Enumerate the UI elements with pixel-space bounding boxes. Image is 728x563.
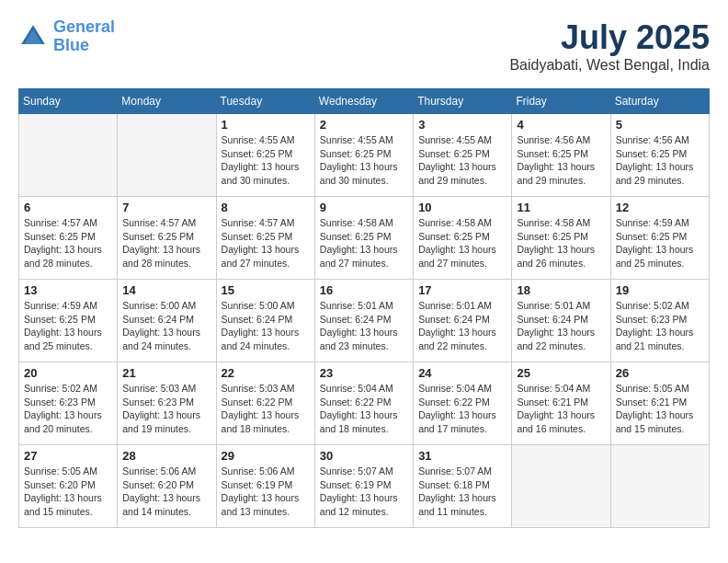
- day-number: 13: [24, 283, 112, 297]
- day-of-week-header: Sunday: [19, 89, 118, 114]
- calendar-day-cell: 19Sunrise: 5:02 AM Sunset: 6:23 PM Dayli…: [610, 280, 709, 362]
- day-info: Sunrise: 5:07 AM Sunset: 6:19 PM Dayligh…: [320, 465, 408, 519]
- day-info: Sunrise: 5:04 AM Sunset: 6:22 PM Dayligh…: [320, 382, 408, 436]
- day-number: 4: [517, 118, 605, 132]
- calendar-week-row: 1Sunrise: 4:55 AM Sunset: 6:25 PM Daylig…: [19, 114, 710, 197]
- calendar-day-cell: 31Sunrise: 5:07 AM Sunset: 6:18 PM Dayli…: [414, 445, 512, 528]
- title-block: July 2025 Baidyabati, West Bengal, India: [509, 18, 710, 74]
- day-number: 14: [122, 283, 210, 297]
- day-number: 21: [122, 366, 210, 380]
- calendar-day-cell: 9Sunrise: 4:58 AM Sunset: 6:25 PM Daylig…: [314, 197, 413, 280]
- calendar-day-cell: 23Sunrise: 5:04 AM Sunset: 6:22 PM Dayli…: [314, 362, 413, 445]
- calendar-day-cell: 18Sunrise: 5:01 AM Sunset: 6:24 PM Dayli…: [512, 280, 610, 362]
- day-info: Sunrise: 4:58 AM Sunset: 6:25 PM Dayligh…: [418, 216, 506, 270]
- day-of-week-header: Monday: [118, 89, 216, 114]
- day-of-week-header: Thursday: [414, 89, 512, 114]
- day-number: 19: [616, 283, 704, 297]
- calendar-day-cell: 25Sunrise: 5:04 AM Sunset: 6:21 PM Dayli…: [512, 362, 610, 445]
- day-info: Sunrise: 4:56 AM Sunset: 6:25 PM Dayligh…: [616, 133, 704, 188]
- day-info: Sunrise: 4:58 AM Sunset: 6:25 PM Dayligh…: [320, 216, 408, 270]
- calendar-day-cell: 20Sunrise: 5:02 AM Sunset: 6:23 PM Dayli…: [19, 362, 118, 445]
- day-info: Sunrise: 5:01 AM Sunset: 6:24 PM Dayligh…: [320, 299, 408, 353]
- calendar-day-cell: 3Sunrise: 4:55 AM Sunset: 6:25 PM Daylig…: [414, 114, 512, 197]
- calendar-day-cell: [512, 445, 610, 528]
- day-of-week-header: Friday: [512, 89, 610, 114]
- day-number: 27: [24, 449, 112, 463]
- calendar-day-cell: 12Sunrise: 4:59 AM Sunset: 6:25 PM Dayli…: [610, 197, 709, 280]
- day-number: 9: [320, 201, 408, 214]
- logo-icon: [18, 22, 48, 52]
- calendar-day-cell: 24Sunrise: 5:04 AM Sunset: 6:22 PM Dayli…: [414, 362, 512, 445]
- day-number: 30: [320, 449, 408, 463]
- day-number: 23: [320, 366, 408, 380]
- day-number: 3: [418, 118, 506, 132]
- calendar-day-cell: 28Sunrise: 5:06 AM Sunset: 6:20 PM Dayli…: [118, 445, 216, 528]
- day-number: 11: [517, 201, 605, 214]
- calendar-week-row: 6Sunrise: 4:57 AM Sunset: 6:25 PM Daylig…: [19, 197, 710, 280]
- day-number: 28: [122, 449, 210, 463]
- day-number: 15: [222, 283, 310, 297]
- calendar-day-cell: 5Sunrise: 4:56 AM Sunset: 6:25 PM Daylig…: [610, 114, 709, 197]
- day-info: Sunrise: 5:04 AM Sunset: 6:21 PM Dayligh…: [517, 382, 605, 436]
- day-info: Sunrise: 4:58 AM Sunset: 6:25 PM Dayligh…: [517, 216, 605, 270]
- calendar-day-cell: 10Sunrise: 4:58 AM Sunset: 6:25 PM Dayli…: [414, 197, 512, 280]
- day-info: Sunrise: 5:05 AM Sunset: 6:20 PM Dayligh…: [24, 465, 112, 519]
- page-header: General Blue July 2025 Baidyabati, West …: [18, 18, 710, 74]
- calendar-day-cell: 4Sunrise: 4:56 AM Sunset: 6:25 PM Daylig…: [512, 114, 610, 197]
- day-number: 2: [320, 118, 408, 132]
- day-info: Sunrise: 4:57 AM Sunset: 6:25 PM Dayligh…: [222, 216, 310, 270]
- day-info: Sunrise: 5:04 AM Sunset: 6:22 PM Dayligh…: [418, 382, 506, 436]
- calendar-day-cell: 29Sunrise: 5:06 AM Sunset: 6:19 PM Dayli…: [216, 445, 314, 528]
- calendar-day-cell: 13Sunrise: 4:59 AM Sunset: 6:25 PM Dayli…: [19, 280, 118, 362]
- day-number: 22: [222, 366, 310, 380]
- calendar-day-cell: 11Sunrise: 4:58 AM Sunset: 6:25 PM Dayli…: [512, 197, 610, 280]
- day-info: Sunrise: 4:55 AM Sunset: 6:25 PM Dayligh…: [418, 133, 506, 188]
- logo-text: General Blue: [53, 18, 115, 55]
- day-info: Sunrise: 5:02 AM Sunset: 6:23 PM Dayligh…: [24, 382, 112, 436]
- calendar-day-cell: 27Sunrise: 5:05 AM Sunset: 6:20 PM Dayli…: [19, 445, 118, 528]
- calendar-week-row: 13Sunrise: 4:59 AM Sunset: 6:25 PM Dayli…: [19, 280, 710, 362]
- day-info: Sunrise: 4:57 AM Sunset: 6:25 PM Dayligh…: [24, 216, 112, 270]
- calendar-table: SundayMondayTuesdayWednesdayThursdayFrid…: [18, 88, 710, 528]
- day-of-week-header: Wednesday: [314, 89, 413, 114]
- day-of-week-header: Saturday: [610, 89, 709, 114]
- day-number: 29: [222, 449, 310, 463]
- day-info: Sunrise: 5:05 AM Sunset: 6:21 PM Dayligh…: [616, 382, 704, 436]
- day-number: 17: [418, 283, 506, 297]
- day-info: Sunrise: 4:56 AM Sunset: 6:25 PM Dayligh…: [517, 133, 605, 188]
- day-number: 6: [24, 201, 112, 214]
- day-info: Sunrise: 5:01 AM Sunset: 6:24 PM Dayligh…: [418, 299, 506, 353]
- day-info: Sunrise: 5:03 AM Sunset: 6:23 PM Dayligh…: [122, 382, 210, 436]
- day-info: Sunrise: 5:00 AM Sunset: 6:24 PM Dayligh…: [122, 299, 210, 353]
- day-number: 31: [418, 449, 506, 463]
- day-info: Sunrise: 5:06 AM Sunset: 6:20 PM Dayligh…: [122, 465, 210, 519]
- calendar-day-cell: [19, 114, 118, 197]
- day-number: 12: [616, 201, 704, 214]
- day-info: Sunrise: 4:57 AM Sunset: 6:25 PM Dayligh…: [122, 216, 210, 270]
- calendar-day-cell: 22Sunrise: 5:03 AM Sunset: 6:22 PM Dayli…: [216, 362, 314, 445]
- calendar-day-cell: 14Sunrise: 5:00 AM Sunset: 6:24 PM Dayli…: [118, 280, 216, 362]
- day-info: Sunrise: 5:07 AM Sunset: 6:18 PM Dayligh…: [418, 465, 506, 519]
- calendar-day-cell: 7Sunrise: 4:57 AM Sunset: 6:25 PM Daylig…: [118, 197, 216, 280]
- day-info: Sunrise: 5:02 AM Sunset: 6:23 PM Dayligh…: [616, 299, 704, 353]
- calendar-day-cell: 26Sunrise: 5:05 AM Sunset: 6:21 PM Dayli…: [610, 362, 709, 445]
- day-info: Sunrise: 4:59 AM Sunset: 6:25 PM Dayligh…: [24, 299, 112, 353]
- day-number: 20: [24, 366, 112, 380]
- calendar-day-cell: [118, 114, 216, 197]
- calendar-day-cell: 15Sunrise: 5:00 AM Sunset: 6:24 PM Dayli…: [216, 280, 314, 362]
- month-year: July 2025: [509, 18, 710, 57]
- day-number: 5: [616, 118, 704, 132]
- day-number: 1: [222, 118, 310, 132]
- day-info: Sunrise: 5:03 AM Sunset: 6:22 PM Dayligh…: [222, 382, 310, 436]
- day-of-week-header: Tuesday: [216, 89, 314, 114]
- day-number: 24: [418, 366, 506, 380]
- calendar-week-row: 20Sunrise: 5:02 AM Sunset: 6:23 PM Dayli…: [19, 362, 710, 445]
- calendar-day-cell: [610, 445, 709, 528]
- calendar-day-cell: 21Sunrise: 5:03 AM Sunset: 6:23 PM Dayli…: [118, 362, 216, 445]
- day-number: 18: [517, 283, 605, 297]
- calendar-day-cell: 1Sunrise: 4:55 AM Sunset: 6:25 PM Daylig…: [216, 114, 314, 197]
- day-info: Sunrise: 5:06 AM Sunset: 6:19 PM Dayligh…: [222, 465, 310, 519]
- day-number: 25: [517, 366, 605, 380]
- calendar-day-cell: 8Sunrise: 4:57 AM Sunset: 6:25 PM Daylig…: [216, 197, 314, 280]
- day-number: 10: [418, 201, 506, 214]
